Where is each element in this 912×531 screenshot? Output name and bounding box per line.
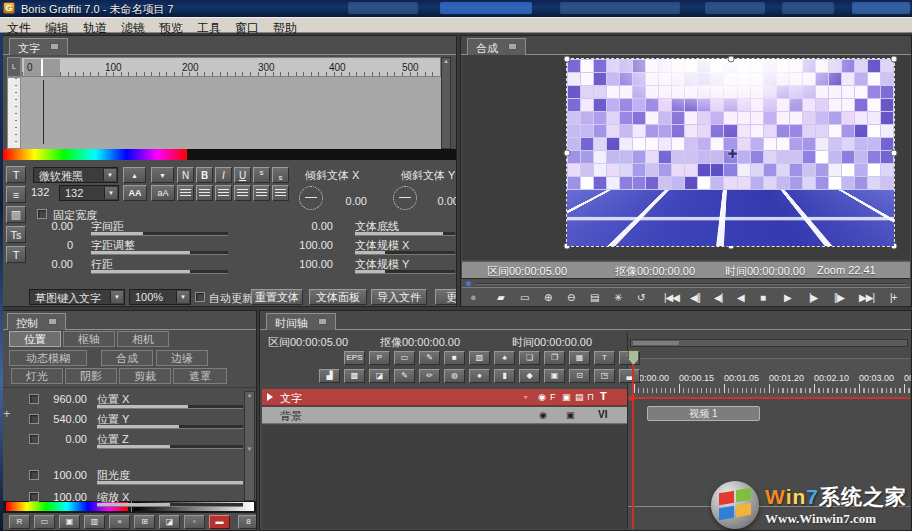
text-entry-mode-select[interactable]: 草图键入文字▼: [29, 289, 125, 305]
step-forward-button[interactable]: |▶: [809, 292, 817, 303]
style-normal-button[interactable]: N: [177, 167, 194, 183]
font-next-button[interactable]: ▼: [151, 167, 174, 183]
horizontal-ruler[interactable]: 0100200300400500: [21, 57, 441, 77]
rect-button[interactable]: ▭: [394, 351, 415, 365]
move-tool-icon[interactable]: +: [3, 406, 11, 421]
keyframe-button[interactable]: ▬: [209, 515, 230, 529]
italic-text-button[interactable]: T: [594, 351, 615, 365]
align-left-button[interactable]: [177, 185, 194, 201]
go-last-button[interactable]: ▶▶|: [859, 292, 874, 303]
panel-menu-icon[interactable]: [508, 43, 517, 50]
mask-mode-button[interactable]: ◪: [159, 515, 180, 529]
tab-composite[interactable]: 合成: [101, 350, 153, 366]
tab-edge[interactable]: 边缘: [156, 350, 208, 366]
diamond-button[interactable]: ◆: [519, 369, 540, 383]
fixed-width-checkbox[interactable]: [37, 209, 47, 219]
histogram-button[interactable]: ▃: [619, 369, 640, 383]
tab-pivot[interactable]: 枢轴: [63, 331, 115, 347]
globe-button[interactable]: ◍: [444, 369, 465, 383]
solid-button[interactable]: ■: [444, 351, 465, 365]
folder-button[interactable]: ❏: [519, 351, 540, 365]
line-spacing-slider[interactable]: [91, 270, 228, 274]
pan-button[interactable]: ▰: [497, 292, 504, 303]
selection-handle[interactable]: [564, 149, 571, 156]
tab-timeline[interactable]: 时间轴: [266, 313, 336, 330]
vertical-ruler[interactable]: [7, 77, 21, 149]
mark-in-button[interactable]: |+: [890, 292, 896, 303]
keyframe-checkbox[interactable]: [29, 470, 39, 480]
pencil-button[interactable]: ✎: [394, 369, 415, 383]
text-type-badge[interactable]: T: [600, 390, 607, 402]
text-tool-icon[interactable]: T: [6, 166, 26, 183]
scroll-thumb[interactable]: [466, 281, 471, 286]
letter-spacing-slider[interactable]: [91, 232, 228, 236]
selection-handle[interactable]: [564, 243, 571, 250]
function-badge[interactable]: F: [550, 392, 556, 402]
position-x-slider[interactable]: [97, 405, 243, 409]
region-button[interactable]: R: [9, 515, 30, 529]
monitor-icon[interactable]: ▣: [566, 410, 575, 420]
record-button[interactable]: ●: [470, 291, 476, 303]
tab-motion-blur[interactable]: 动态模糊: [9, 350, 87, 366]
p-button[interactable]: P: [369, 351, 390, 365]
style-tool-icon[interactable]: Ts: [6, 226, 26, 243]
style-bold-button[interactable]: B: [196, 167, 213, 183]
checker-button[interactable]: ◪: [369, 369, 390, 383]
spot-button[interactable]: ⊡: [569, 369, 590, 383]
table-button[interactable]: ▦: [569, 351, 590, 365]
tab-shadow[interactable]: 阴影: [65, 368, 117, 384]
selection-handle[interactable]: [891, 149, 898, 156]
rect-button[interactable]: ▭: [34, 515, 55, 529]
import-file-button[interactable]: 导入文件: [371, 289, 427, 305]
tab-composite[interactable]: 合成: [467, 38, 526, 55]
step-back-button[interactable]: ◀|: [714, 292, 722, 303]
column-tool-icon[interactable]: ▥: [6, 206, 26, 223]
selection-handle[interactable]: [564, 56, 571, 63]
font-prev-button[interactable]: ▲: [123, 167, 146, 183]
pen-button[interactable]: ✎: [419, 351, 440, 365]
expand-triangle-icon[interactable]: [267, 393, 273, 401]
brush-button[interactable]: ✏: [419, 369, 440, 383]
transform-button[interactable]: ⊞: [134, 515, 155, 529]
panel-menu-icon[interactable]: [48, 318, 57, 325]
keyframe-dot[interactable]: [629, 395, 635, 401]
keyframe-checkbox[interactable]: [29, 434, 39, 444]
visibility-icon[interactable]: ◉: [538, 392, 546, 402]
auto-update-checkbox[interactable]: [195, 292, 205, 302]
tab-text[interactable]: 文字: [9, 38, 68, 55]
play-reverse-button[interactable]: ◀: [737, 292, 744, 303]
track-row-text[interactable]: 文字 ▫◉F▣▤⊓T: [262, 389, 627, 406]
track-type-badge[interactable]: VI: [598, 409, 607, 420]
tab-crop[interactable]: 剪裁: [119, 368, 171, 384]
selection-handle[interactable]: [891, 56, 898, 63]
visibility-icon[interactable]: ◉: [539, 410, 547, 420]
style-subscript-button[interactable]: s: [272, 167, 289, 183]
prev-keyframe-button[interactable]: ◀||: [690, 292, 700, 303]
position-z-slider[interactable]: [97, 445, 243, 449]
paragraph-tool-icon[interactable]: ≡: [6, 186, 26, 203]
loop-button[interactable]: ↺: [637, 292, 644, 303]
style-superscript-button[interactable]: s: [253, 167, 270, 183]
play-button[interactable]: ▶: [784, 292, 791, 303]
playhead-line[interactable]: [632, 359, 634, 529]
marquee-button[interactable]: ▭: [520, 292, 528, 303]
keyframe-checkbox[interactable]: [29, 394, 39, 404]
style-underline-button[interactable]: U: [234, 167, 251, 183]
editor-vscrollbar[interactable]: ▲: [441, 57, 451, 149]
position-y-slider[interactable]: [97, 425, 243, 429]
folder-text-button[interactable]: ❐: [544, 351, 565, 365]
cylinder-button[interactable]: ▮: [494, 369, 515, 383]
indent-handle[interactable]: [43, 59, 60, 76]
selection-handle[interactable]: [727, 243, 734, 250]
text-canvas[interactable]: [21, 77, 441, 149]
scale-x-slider[interactable]: [97, 503, 243, 507]
zoom-select[interactable]: 100%▼: [129, 289, 191, 305]
text-baseline-slider[interactable]: [355, 232, 455, 236]
text-scale-y-slider[interactable]: [355, 270, 455, 274]
stop-button[interactable]: ■: [760, 292, 765, 303]
skew-y-dial[interactable]: [393, 186, 417, 210]
image-button[interactable]: ▣: [544, 369, 565, 383]
reset-style-button[interactable]: 重置文体: [251, 289, 303, 305]
outline-button[interactable]: ▫: [184, 515, 205, 529]
shape-badge[interactable]: ▫: [524, 392, 527, 402]
